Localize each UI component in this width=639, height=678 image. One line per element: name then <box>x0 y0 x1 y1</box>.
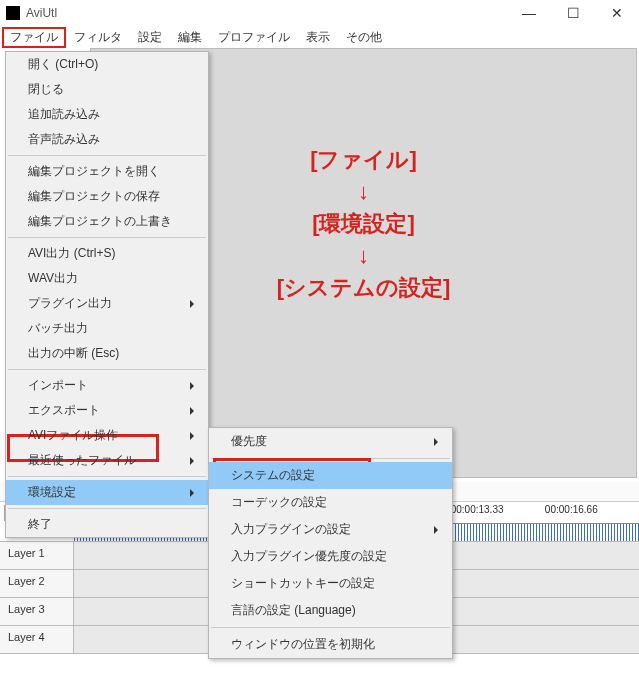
app-title: AviUtl <box>26 6 57 20</box>
file-menu-item[interactable]: 編集プロジェクトを開く <box>6 159 208 184</box>
file-menu-item[interactable]: 環境設定 <box>6 480 208 505</box>
title-bar: AviUtl — ☐ ✕ <box>0 0 639 26</box>
minimize-button[interactable]: — <box>507 0 551 26</box>
menu-view[interactable]: 表示 <box>298 27 338 48</box>
file-menu-item[interactable]: 閉じる <box>6 77 208 102</box>
env-submenu-item[interactable]: コーデックの設定 <box>209 489 452 516</box>
file-menu-item[interactable]: 最近使ったファイル <box>6 448 208 473</box>
env-submenu-dropdown: 優先度システムの設定コーデックの設定入力プラグインの設定入力プラグイン優先度の設… <box>208 427 453 659</box>
menu-edit[interactable]: 編集 <box>170 27 210 48</box>
menu-bar: ファイル フィルタ 設定 編集 プロファイル 表示 その他 <box>0 26 639 48</box>
file-menu-item[interactable]: 追加読み込み <box>6 102 208 127</box>
menu-file[interactable]: ファイル <box>2 27 66 48</box>
time-label: 00:00:16.66 <box>545 504 639 515</box>
maximize-button[interactable]: ☐ <box>551 0 595 26</box>
layer-label: Layer 3 <box>0 598 74 625</box>
file-menu-item[interactable]: WAV出力 <box>6 266 208 291</box>
file-menu-item[interactable]: AVIファイル操作 <box>6 423 208 448</box>
file-menu-item[interactable]: エクスポート <box>6 398 208 423</box>
menu-settings[interactable]: 設定 <box>130 27 170 48</box>
layer-label: Layer 4 <box>0 626 74 653</box>
env-submenu-item[interactable]: ウィンドウの位置を初期化 <box>209 631 452 658</box>
file-menu-item[interactable]: 開く (Ctrl+O) <box>6 52 208 77</box>
file-menu-item[interactable]: 編集プロジェクトの上書き <box>6 209 208 234</box>
layer-label: Layer 1 <box>0 542 74 569</box>
time-label: 00:00:13.33 <box>451 504 545 515</box>
menu-profile[interactable]: プロファイル <box>210 27 298 48</box>
env-submenu-item[interactable]: システムの設定 <box>209 462 452 489</box>
menu-other[interactable]: その他 <box>338 27 390 48</box>
close-button[interactable]: ✕ <box>595 0 639 26</box>
env-submenu-item[interactable]: 言語の設定 (Language) <box>209 597 452 624</box>
app-icon <box>6 6 20 20</box>
env-submenu-item[interactable]: 優先度 <box>209 428 452 455</box>
file-menu-item[interactable]: 出力の中断 (Esc) <box>6 341 208 366</box>
env-submenu-item[interactable]: ショートカットキーの設定 <box>209 570 452 597</box>
file-menu-item[interactable]: 終了 <box>6 512 208 537</box>
file-menu-item[interactable]: バッチ出力 <box>6 316 208 341</box>
file-menu-item[interactable]: 編集プロジェクトの保存 <box>6 184 208 209</box>
env-submenu-item[interactable]: 入力プラグインの設定 <box>209 516 452 543</box>
menu-filter[interactable]: フィルタ <box>66 27 130 48</box>
env-submenu-item[interactable]: 入力プラグイン優先度の設定 <box>209 543 452 570</box>
layer-label: Layer 2 <box>0 570 74 597</box>
file-menu-item[interactable]: プラグイン出力 <box>6 291 208 316</box>
file-menu-item[interactable]: インポート <box>6 373 208 398</box>
file-menu-dropdown: 開く (Ctrl+O)閉じる追加読み込み音声読み込み編集プロジェクトを開く編集プ… <box>5 51 209 538</box>
file-menu-item[interactable]: 音声読み込み <box>6 127 208 152</box>
file-menu-item[interactable]: AVI出力 (Ctrl+S) <box>6 241 208 266</box>
